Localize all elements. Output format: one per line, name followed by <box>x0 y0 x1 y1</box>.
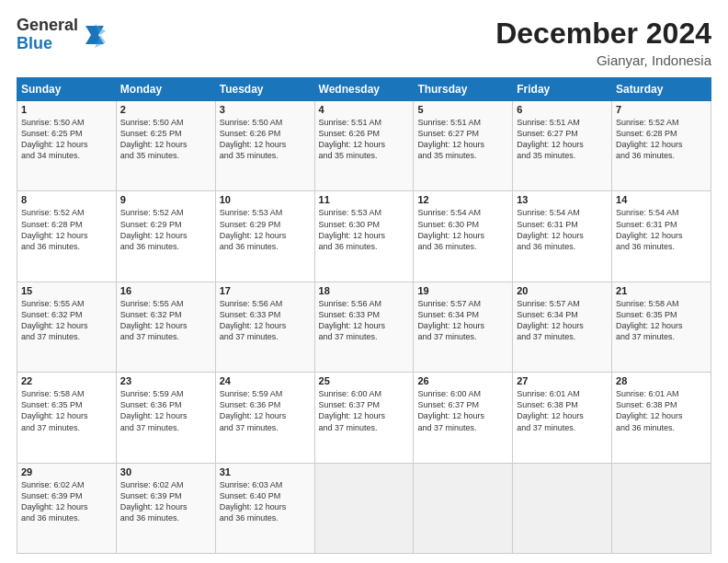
col-thursday: Thursday <box>414 78 513 101</box>
day-number: 3 <box>220 104 311 115</box>
day-number: 27 <box>517 375 608 386</box>
calendar-table: Sunday Monday Tuesday Wednesday Thursday… <box>17 77 711 554</box>
day-number: 21 <box>616 285 707 296</box>
day-number: 2 <box>120 104 211 115</box>
day-info: Sunrise: 5:52 AMSunset: 6:28 PMDaylight:… <box>21 208 88 250</box>
logo-blue: Blue <box>17 35 78 53</box>
day-info: Sunrise: 5:54 AMSunset: 6:31 PMDaylight:… <box>616 208 683 250</box>
day-info: Sunrise: 5:58 AMSunset: 6:35 PMDaylight:… <box>616 299 683 341</box>
day-info: Sunrise: 6:02 AMSunset: 6:39 PMDaylight:… <box>120 480 188 523</box>
month-title: December 2024 <box>495 17 711 51</box>
day-number: 17 <box>220 285 311 296</box>
day-cell-16: 16 Sunrise: 5:55 AMSunset: 6:32 PMDaylig… <box>116 282 215 372</box>
day-number: 14 <box>616 194 707 205</box>
day-info: Sunrise: 6:01 AMSunset: 6:38 PMDaylight:… <box>517 389 584 431</box>
day-cell-23: 23 Sunrise: 5:59 AMSunset: 6:36 PMDaylig… <box>116 373 215 463</box>
col-saturday: Saturday <box>612 78 711 101</box>
day-number: 31 <box>220 466 311 477</box>
day-cell-10: 10 Sunrise: 5:53 AMSunset: 6:29 PMDaylig… <box>215 191 314 282</box>
day-number: 25 <box>319 375 410 386</box>
day-info: Sunrise: 5:51 AMSunset: 6:27 PMDaylight:… <box>517 118 584 160</box>
day-number: 7 <box>616 104 707 115</box>
day-cell-17: 17 Sunrise: 5:56 AMSunset: 6:33 PMDaylig… <box>215 282 314 372</box>
day-number: 4 <box>319 104 410 115</box>
col-sunday: Sunday <box>17 78 117 101</box>
day-info: Sunrise: 6:00 AMSunset: 6:37 PMDaylight:… <box>417 389 484 431</box>
day-cell-20: 20 Sunrise: 5:57 AMSunset: 6:34 PMDaylig… <box>513 282 612 372</box>
day-number: 30 <box>120 466 211 477</box>
day-info: Sunrise: 5:54 AMSunset: 6:30 PMDaylight:… <box>417 208 484 250</box>
page: General Blue December 2024 Gianyar, Indo… <box>0 0 728 563</box>
day-info: Sunrise: 5:50 AMSunset: 6:25 PMDaylight:… <box>21 118 88 160</box>
day-cell-31: 31 Sunrise: 6:03 AMSunset: 6:40 PMDaylig… <box>215 463 314 553</box>
day-cell-28: 28 Sunrise: 6:01 AMSunset: 6:38 PMDaylig… <box>612 373 711 463</box>
day-number: 11 <box>319 194 410 205</box>
day-number: 13 <box>517 194 608 205</box>
day-info: Sunrise: 6:02 AMSunset: 6:39 PMDaylight:… <box>21 480 88 523</box>
day-cell-21: 21 Sunrise: 5:58 AMSunset: 6:35 PMDaylig… <box>612 282 711 372</box>
empty-cell <box>612 463 711 553</box>
day-number: 20 <box>517 285 608 296</box>
table-row: 29 Sunrise: 6:02 AMSunset: 6:39 PMDaylig… <box>17 463 711 553</box>
logo-icon <box>82 22 108 48</box>
day-cell-1: 1 Sunrise: 5:50 AMSunset: 6:25 PMDayligh… <box>17 101 117 191</box>
day-info: Sunrise: 6:03 AMSunset: 6:40 PMDaylight:… <box>220 480 287 523</box>
day-number: 19 <box>417 285 508 296</box>
day-cell-22: 22 Sunrise: 5:58 AMSunset: 6:35 PMDaylig… <box>17 373 117 463</box>
day-cell-11: 11 Sunrise: 5:53 AMSunset: 6:30 PMDaylig… <box>314 191 414 282</box>
empty-cell <box>314 463 414 553</box>
day-info: Sunrise: 5:54 AMSunset: 6:31 PMDaylight:… <box>517 208 584 250</box>
day-info: Sunrise: 5:55 AMSunset: 6:32 PMDaylight:… <box>21 299 88 341</box>
day-info: Sunrise: 5:50 AMSunset: 6:26 PMDaylight:… <box>220 118 287 160</box>
day-cell-18: 18 Sunrise: 5:56 AMSunset: 6:33 PMDaylig… <box>314 282 414 372</box>
day-cell-9: 9 Sunrise: 5:52 AMSunset: 6:29 PMDayligh… <box>116 191 215 282</box>
day-cell-2: 2 Sunrise: 5:50 AMSunset: 6:25 PMDayligh… <box>116 101 215 191</box>
day-number: 28 <box>616 375 707 386</box>
day-cell-29: 29 Sunrise: 6:02 AMSunset: 6:39 PMDaylig… <box>17 463 117 553</box>
day-number: 26 <box>417 375 508 386</box>
table-row: 22 Sunrise: 5:58 AMSunset: 6:35 PMDaylig… <box>17 373 711 463</box>
day-cell-13: 13 Sunrise: 5:54 AMSunset: 6:31 PMDaylig… <box>513 191 612 282</box>
day-cell-8: 8 Sunrise: 5:52 AMSunset: 6:28 PMDayligh… <box>17 191 117 282</box>
day-cell-5: 5 Sunrise: 5:51 AMSunset: 6:27 PMDayligh… <box>414 101 513 191</box>
table-row: 1 Sunrise: 5:50 AMSunset: 6:25 PMDayligh… <box>17 101 711 191</box>
day-cell-7: 7 Sunrise: 5:52 AMSunset: 6:28 PMDayligh… <box>612 101 711 191</box>
day-number: 18 <box>319 285 410 296</box>
day-number: 22 <box>21 375 112 386</box>
day-number: 12 <box>417 194 508 205</box>
day-cell-26: 26 Sunrise: 6:00 AMSunset: 6:37 PMDaylig… <box>414 373 513 463</box>
day-number: 1 <box>21 104 112 115</box>
day-cell-12: 12 Sunrise: 5:54 AMSunset: 6:30 PMDaylig… <box>414 191 513 282</box>
day-info: Sunrise: 5:57 AMSunset: 6:34 PMDaylight:… <box>417 299 484 341</box>
day-number: 5 <box>417 104 508 115</box>
logo: General Blue <box>17 17 108 53</box>
header: General Blue December 2024 Gianyar, Indo… <box>17 17 711 68</box>
logo-text: General Blue <box>17 17 78 53</box>
logo-general: General <box>17 17 78 35</box>
day-info: Sunrise: 6:00 AMSunset: 6:37 PMDaylight:… <box>319 389 386 431</box>
day-cell-3: 3 Sunrise: 5:50 AMSunset: 6:26 PMDayligh… <box>215 101 314 191</box>
day-number: 10 <box>220 194 311 205</box>
day-info: Sunrise: 5:51 AMSunset: 6:27 PMDaylight:… <box>417 118 484 160</box>
day-cell-14: 14 Sunrise: 5:54 AMSunset: 6:31 PMDaylig… <box>612 191 711 282</box>
day-cell-4: 4 Sunrise: 5:51 AMSunset: 6:26 PMDayligh… <box>314 101 414 191</box>
day-info: Sunrise: 5:56 AMSunset: 6:33 PMDaylight:… <box>220 299 287 341</box>
empty-cell <box>414 463 513 553</box>
day-info: Sunrise: 5:55 AMSunset: 6:32 PMDaylight:… <box>120 299 188 341</box>
day-cell-15: 15 Sunrise: 5:55 AMSunset: 6:32 PMDaylig… <box>17 282 117 372</box>
day-number: 15 <box>21 285 112 296</box>
day-info: Sunrise: 5:59 AMSunset: 6:36 PMDaylight:… <box>220 389 287 431</box>
day-info: Sunrise: 5:59 AMSunset: 6:36 PMDaylight:… <box>120 389 188 431</box>
col-wednesday: Wednesday <box>314 78 414 101</box>
day-info: Sunrise: 5:58 AMSunset: 6:35 PMDaylight:… <box>21 389 88 431</box>
day-number: 6 <box>517 104 608 115</box>
col-friday: Friday <box>513 78 612 101</box>
day-cell-30: 30 Sunrise: 6:02 AMSunset: 6:39 PMDaylig… <box>116 463 215 553</box>
title-block: December 2024 Gianyar, Indonesia <box>495 17 711 68</box>
table-row: 8 Sunrise: 5:52 AMSunset: 6:28 PMDayligh… <box>17 191 711 282</box>
day-info: Sunrise: 5:53 AMSunset: 6:29 PMDaylight:… <box>220 208 287 250</box>
day-number: 29 <box>21 466 112 477</box>
table-row: 15 Sunrise: 5:55 AMSunset: 6:32 PMDaylig… <box>17 282 711 372</box>
day-info: Sunrise: 6:01 AMSunset: 6:38 PMDaylight:… <box>616 389 683 431</box>
day-info: Sunrise: 5:50 AMSunset: 6:25 PMDaylight:… <box>120 118 188 160</box>
